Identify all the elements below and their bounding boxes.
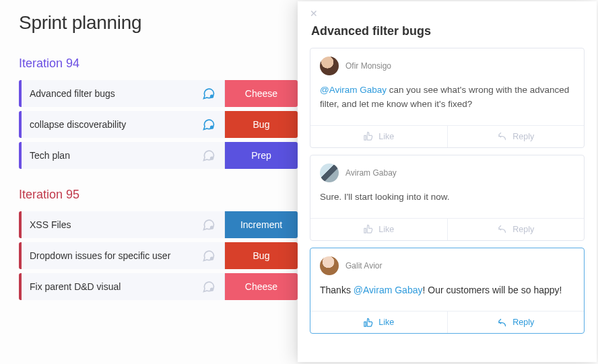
close-icon[interactable]: ✕ (310, 8, 585, 20)
row-content[interactable]: Advanced filter bugs (22, 80, 225, 107)
comment-text: Thanks (320, 285, 354, 295)
task-row[interactable]: Dropdown issues for specific userBug (19, 242, 298, 269)
chat-bubble-icon[interactable] (201, 86, 216, 101)
task-row[interactable]: Tech planPrep (19, 142, 298, 169)
like-button[interactable]: Like (310, 219, 448, 240)
reply-button[interactable]: Reply (448, 312, 585, 333)
comment-author: Ofir Monsigo (345, 61, 391, 71)
comment-author: Galit Avior (345, 261, 382, 270)
row-content[interactable]: Dropdown issues for specific user (22, 242, 225, 269)
comment-card: Galit AviorThanks @Aviram Gabay! Our cus… (310, 248, 585, 334)
avatar[interactable] (320, 57, 339, 75)
like-label: Like (378, 132, 394, 141)
reply-button[interactable]: Reply (448, 126, 585, 147)
svg-point-1 (210, 126, 213, 129)
task-row[interactable]: Fix parent D&D visualCheese (19, 273, 298, 300)
comment-header: Galit Avior (310, 248, 584, 281)
task-name: Dropdown issues for specific user (30, 250, 197, 261)
comment-text: ! Our customers will be so happy! (422, 285, 562, 295)
chat-bubble-icon[interactable] (201, 279, 216, 294)
task-tag[interactable]: Increment (225, 211, 298, 238)
comment-author: Aviram Gabay (345, 168, 397, 178)
chat-bubble-icon[interactable] (201, 217, 216, 232)
detail-panel: ✕ Advanced filter bugs Ofir Monsigo@Avir… (298, 1, 597, 362)
row-content[interactable]: Tech plan (22, 142, 225, 169)
task-name: Tech plan (30, 150, 197, 161)
board-pane: Sprint planning Iteration 94Advanced fil… (0, 0, 298, 300)
task-row[interactable]: collapse discoverabilityBug (19, 111, 298, 138)
mention[interactable]: @Aviram Gabay (320, 85, 387, 95)
page-title: Sprint planning (19, 12, 298, 34)
avatar[interactable] (320, 256, 339, 275)
comment-header: Ofir Monsigo (310, 48, 584, 81)
comment-card: Aviram GabaySure. I'll start looking int… (310, 155, 585, 241)
mention[interactable]: @Aviram Gabay (354, 285, 423, 295)
svg-point-0 (210, 95, 213, 98)
like-label: Like (378, 318, 394, 327)
comment-actions: LikeReply (310, 311, 584, 333)
svg-point-5 (210, 288, 213, 291)
reply-label: Reply (512, 225, 534, 234)
iteration-title[interactable]: Iteration 94 (19, 57, 298, 71)
chat-bubble-icon[interactable] (201, 117, 216, 132)
task-tag[interactable]: Bug (225, 242, 298, 269)
like-button[interactable]: Like (310, 126, 448, 147)
task-name: Advanced filter bugs (30, 88, 197, 99)
comment-body: @Aviram Gabay can you see what's wrong w… (310, 81, 584, 125)
reply-button[interactable]: Reply (448, 219, 585, 240)
task-tag[interactable]: Cheese (225, 273, 298, 300)
detail-title: Advanced filter bugs (311, 24, 585, 38)
comment-body: Thanks @Aviram Gabay! Our customers will… (310, 281, 584, 312)
svg-point-2 (210, 157, 213, 160)
svg-point-3 (210, 226, 213, 229)
iteration-title[interactable]: Iteration 95 (19, 188, 298, 202)
like-button[interactable]: Like (310, 312, 448, 333)
task-row[interactable]: XSS FilesIncrement (19, 211, 298, 238)
task-name: XSS Files (30, 219, 197, 230)
row-content[interactable]: Fix parent D&D visual (22, 273, 225, 300)
svg-point-4 (210, 257, 213, 260)
task-tag[interactable]: Prep (225, 142, 298, 169)
task-tag[interactable]: Cheese (225, 80, 298, 107)
row-content[interactable]: XSS Files (22, 211, 225, 238)
comment-actions: LikeReply (310, 125, 584, 147)
task-tag[interactable]: Bug (225, 111, 298, 138)
reply-label: Reply (512, 318, 534, 327)
avatar[interactable] (320, 163, 339, 182)
comment-header: Aviram Gabay (310, 155, 584, 188)
iteration-block: Iteration 94Advanced filter bugsCheeseco… (19, 57, 298, 169)
chat-bubble-icon[interactable] (201, 248, 216, 263)
task-name: Fix parent D&D visual (30, 281, 197, 292)
row-content[interactable]: collapse discoverability (22, 111, 225, 138)
task-name: collapse discoverability (30, 119, 197, 130)
like-label: Like (378, 225, 394, 234)
comment-actions: LikeReply (310, 218, 584, 240)
chat-bubble-icon[interactable] (201, 148, 216, 163)
task-row[interactable]: Advanced filter bugsCheese (19, 80, 298, 107)
comment-card: Ofir Monsigo@Aviram Gabay can you see wh… (310, 48, 585, 148)
comment-body: Sure. I'll start looking into it now. (310, 188, 584, 218)
reply-label: Reply (512, 132, 534, 141)
comment-text: Sure. I'll start looking into it now. (320, 192, 449, 202)
iteration-block: Iteration 95XSS FilesIncrementDropdown i… (19, 188, 298, 300)
